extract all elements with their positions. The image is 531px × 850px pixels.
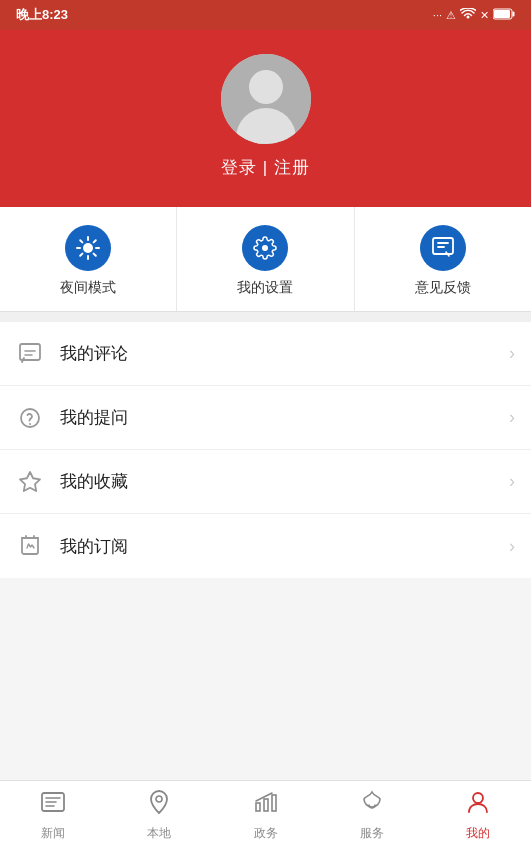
nav-item-local[interactable]: 本地 (106, 781, 212, 850)
nav-item-services[interactable]: 服务 (319, 781, 425, 850)
wifi-icon (460, 8, 476, 22)
quick-action-night-mode[interactable]: 夜间模式 (0, 207, 177, 311)
services-label: 服务 (360, 825, 384, 842)
subscriptions-label: 我的订阅 (60, 535, 509, 558)
status-time: 晚上8:23 (16, 6, 68, 24)
settings-icon (242, 225, 288, 271)
svg-line-8 (80, 240, 82, 242)
nav-item-politics[interactable]: 政务 (212, 781, 318, 850)
favorites-icon (16, 468, 44, 496)
svg-marker-16 (20, 472, 40, 491)
bottom-nav: 新闻 本地 政务 服务 (0, 780, 531, 850)
subscriptions-icon (16, 532, 44, 560)
avatar-head (249, 70, 283, 104)
favorites-label: 我的收藏 (60, 470, 509, 493)
svg-point-15 (29, 423, 31, 425)
subscriptions-arrow: › (509, 536, 515, 557)
svg-rect-2 (494, 10, 510, 18)
menu-item-comments[interactable]: 我的评论 › (0, 322, 531, 386)
questions-icon (16, 404, 44, 432)
settings-label: 我的设置 (237, 279, 293, 297)
svg-rect-19 (256, 803, 260, 811)
quick-action-feedback[interactable]: 意见反馈 (355, 207, 531, 311)
night-mode-label: 夜间模式 (60, 279, 116, 297)
svg-line-11 (80, 254, 82, 256)
questions-arrow: › (509, 407, 515, 428)
status-bar: 晚上8:23 ··· ⚠ ✕ (0, 0, 531, 30)
comments-icon (16, 340, 44, 368)
section-divider (0, 312, 531, 322)
politics-label: 政务 (254, 825, 278, 842)
svg-rect-13 (20, 344, 40, 360)
menu-list: 我的评论 › 我的提问 › 我的收藏 › (0, 322, 531, 578)
politics-icon (253, 789, 279, 821)
local-label: 本地 (147, 825, 171, 842)
avatar[interactable] (221, 54, 311, 144)
menu-item-favorites[interactable]: 我的收藏 › (0, 450, 531, 514)
quick-action-settings[interactable]: 我的设置 (177, 207, 354, 311)
news-label: 新闻 (41, 825, 65, 842)
battery-icon (493, 8, 515, 22)
mine-label: 我的 (466, 825, 490, 842)
svg-point-18 (156, 796, 162, 802)
svg-rect-21 (272, 795, 276, 811)
close-icon: ✕ (480, 9, 489, 22)
alert-icon: ⚠ (446, 9, 456, 22)
favorites-arrow: › (509, 471, 515, 492)
local-icon (146, 789, 172, 821)
night-mode-icon (65, 225, 111, 271)
quick-actions-bar: 夜间模式 我的设置 意见反馈 (0, 207, 531, 312)
nav-item-news[interactable]: 新闻 (0, 781, 106, 850)
svg-line-10 (94, 240, 96, 242)
mine-icon (465, 789, 491, 821)
status-icons: ··· ⚠ ✕ (433, 8, 515, 22)
profile-header: 登录 | 注册 (0, 30, 531, 207)
nav-item-mine[interactable]: 我的 (425, 781, 531, 850)
signal-icon: ··· (433, 9, 442, 21)
news-icon (40, 789, 66, 821)
services-icon (359, 789, 385, 821)
svg-point-3 (83, 243, 93, 253)
svg-line-9 (94, 254, 96, 256)
feedback-icon (420, 225, 466, 271)
menu-item-subscriptions[interactable]: 我的订阅 › (0, 514, 531, 578)
login-register-link[interactable]: 登录 | 注册 (221, 156, 310, 179)
svg-rect-1 (513, 12, 515, 17)
svg-point-22 (473, 793, 483, 803)
comments-label: 我的评论 (60, 342, 509, 365)
menu-item-questions[interactable]: 我的提问 › (0, 386, 531, 450)
svg-rect-12 (433, 238, 453, 254)
avatar-body (236, 108, 296, 144)
comments-arrow: › (509, 343, 515, 364)
questions-label: 我的提问 (60, 406, 509, 429)
feedback-label: 意见反馈 (415, 279, 471, 297)
avatar-placeholder (221, 54, 311, 144)
svg-rect-20 (264, 799, 268, 811)
